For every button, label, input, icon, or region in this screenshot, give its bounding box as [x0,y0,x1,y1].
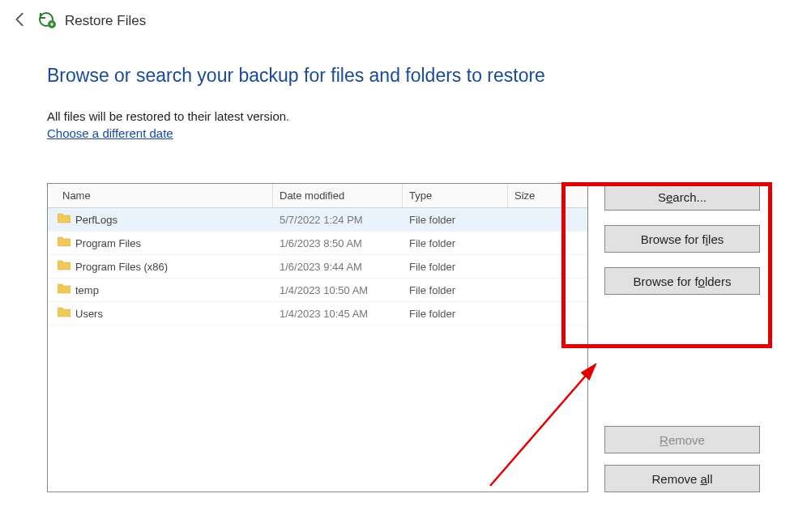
back-arrow-icon[interactable] [11,11,29,32]
cell-type: File folder [403,284,508,296]
folder-icon [58,260,70,273]
column-header-date[interactable]: Date modified [273,184,403,207]
cell-name: PerfLogs [48,213,273,226]
cell-name: Program Files (x86) [48,260,273,273]
remove-button[interactable]: Remove [604,426,760,453]
table-row[interactable]: Users1/4/2023 10:45 AMFile folder [48,302,587,326]
restore-app-icon [37,10,57,32]
folder-icon [58,283,70,296]
cell-date: 1/6/2023 8:50 AM [273,237,403,249]
file-name-label: Users [75,308,103,320]
folder-icon [58,307,70,320]
choose-date-link[interactable]: Choose a different date [47,126,173,140]
file-name-label: PerfLogs [75,214,117,226]
cell-type: File folder [403,237,508,249]
cell-date: 1/4/2023 10:50 AM [273,284,403,296]
restore-files-window: Restore Files Browse or search your back… [0,0,794,532]
file-list-header: Name Date modified Type Size [48,184,587,208]
content-area: Browse or search your backup for files a… [0,42,794,492]
table-row[interactable]: PerfLogs5/7/2022 1:24 PMFile folder [48,208,587,232]
bottom-buttons: Remove Remove all [604,426,760,492]
file-name-label: Program Files [75,237,141,249]
file-list-panel: Name Date modified Type Size PerfLogs5/7… [47,183,588,492]
cell-type: File folder [403,214,508,226]
cell-type: File folder [403,261,508,273]
window-title: Restore Files [65,13,146,29]
cell-date: 5/7/2022 1:24 PM [273,214,403,226]
cell-type: File folder [403,308,508,320]
table-row[interactable]: Program Files (x86)1/6/2023 9:44 AMFile … [48,255,587,279]
cell-name: Program Files [48,236,273,249]
column-header-type[interactable]: Type [403,184,508,207]
main-row: Name Date modified Type Size PerfLogs5/7… [47,183,770,492]
file-name-label: temp [75,284,99,296]
folder-icon [58,236,70,249]
column-header-name[interactable]: Name [48,184,273,207]
table-row[interactable]: temp1/4/2023 10:50 AMFile folder [48,279,587,302]
browse-folders-button[interactable]: Browse for folders [604,267,760,295]
cell-date: 1/4/2023 10:45 AM [273,308,403,320]
cell-name: Users [48,307,273,320]
cell-name: temp [48,283,273,296]
file-rows-container: PerfLogs5/7/2022 1:24 PMFile folderProgr… [48,208,587,326]
remove-all-button[interactable]: Remove all [604,465,760,492]
search-button[interactable]: Search... [604,183,760,211]
table-row[interactable]: Program Files1/6/2023 8:50 AMFile folder [48,232,587,255]
version-subtext: All files will be restored to their late… [47,109,770,123]
side-buttons: Search... Browse for files Browse for fo… [604,183,760,492]
cell-date: 1/6/2023 9:44 AM [273,261,403,273]
file-name-label: Program Files (x86) [75,261,168,273]
folder-icon [58,213,70,226]
browse-files-button[interactable]: Browse for files [604,225,760,253]
column-header-size[interactable]: Size [508,184,587,207]
page-heading: Browse or search your backup for files a… [47,65,770,87]
titlebar: Restore Files [0,6,794,42]
